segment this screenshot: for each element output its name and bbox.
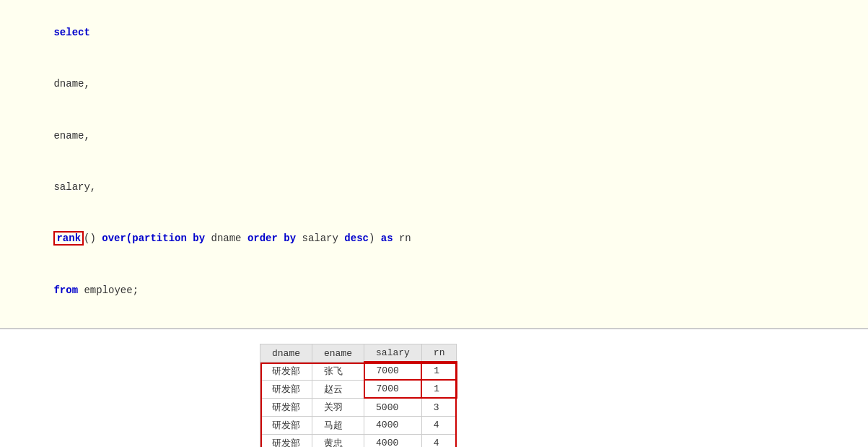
code-line-2: dname, [17,58,851,110]
cell-ename: 黄忠 [312,434,364,447]
code-section: select dname, ename, salary, rank() over… [0,0,868,329]
code-rn: rn [393,233,411,244]
code-dname: dname, [53,78,89,90]
cell-dname: 研发部 [260,398,312,416]
cell-ename: 张飞 [312,362,364,380]
cell-rn: 4 [421,434,457,447]
header-dname: dname [260,344,312,363]
cell-salary: 5000 [364,398,422,416]
cell-rn: 1 [421,380,457,398]
keyword-orderby: order by [247,233,296,244]
cell-salary: 4000 [364,416,422,434]
table-row: 研发部 关羽 5000 3 [260,398,457,416]
code-line-4: salary, [17,162,851,213]
keyword-rank: rank [53,231,84,246]
code-ename: ename, [53,130,89,142]
cell-rn: 3 [421,398,457,416]
code-line-3: ename, [17,110,851,162]
cell-salary: 7000 [364,380,422,398]
keyword-select: select [53,27,89,38]
cell-dname: 研发部 [260,434,312,447]
keyword-as: as [381,233,393,244]
code-salary: salary, [53,181,96,193]
table-header-row: dname ename salary rn [260,344,457,363]
code-line-5: rank() over(partition by dname order by … [17,214,851,265]
cell-rn: 1 [421,362,457,380]
table-row: 研发部 马超 4000 4 [260,416,457,434]
table-row: 研发部 张飞 7000 1 [260,362,457,380]
cell-ename: 关羽 [312,398,364,416]
code-line-1: select [17,7,851,58]
cell-rn: 4 [421,416,457,434]
cell-dname: 研发部 [260,416,312,434]
cell-dname: 研发部 [260,380,312,398]
keyword-desc: desc [344,233,369,244]
header-rn: rn [421,344,457,363]
cell-salary: 4000 [364,434,422,447]
code-salary2: salary [296,233,344,244]
keyword-over: over(partition by [102,233,205,244]
header-ename: ename [312,344,364,363]
cell-ename: 赵云 [312,380,364,398]
code-dname2: dname [205,233,247,244]
table-wrapper: dname ename salary rn 研发部 张飞 7000 1 [260,344,457,447]
table-row: 研发部 黄忠 4000 4 [260,434,457,447]
page-container: select dname, ename, salary, rank() over… [0,0,868,447]
table-row: 研发部 赵云 7000 1 [260,380,457,398]
code-line-6: from employee; [17,265,851,316]
cell-ename: 马超 [312,416,364,434]
table-section: dname ename salary rn 研发部 张飞 7000 1 [0,329,868,447]
result-table: dname ename salary rn 研发部 张飞 7000 1 [260,344,457,447]
code-paren: () [84,233,102,244]
code-table: employee; [78,285,139,296]
cell-dname: 研发部 [260,362,312,380]
header-salary: salary [364,344,422,363]
code-close: ) [369,233,381,244]
keyword-from: from [53,285,78,296]
cell-salary: 7000 [364,362,422,380]
